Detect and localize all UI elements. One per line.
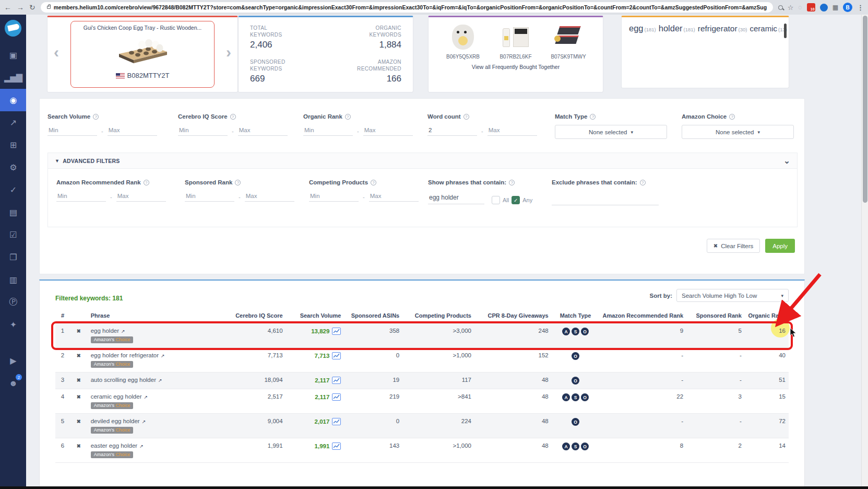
extension-spinner-icon[interactable]: ◌ (799, 4, 802, 11)
sidebar-item-profits-icon[interactable]: Ⓟ (0, 291, 26, 313)
help-icon[interactable]: ? (230, 114, 236, 120)
keyword-phrase-link[interactable]: egg holder↗ (91, 328, 125, 334)
max-input[interactable] (116, 192, 166, 202)
sidebar-item-products-icon[interactable]: ▣ (0, 44, 26, 66)
keyword-phrase-link[interactable]: auto scrolling egg holder↗ (91, 377, 162, 383)
carousel-prev-icon[interactable]: ‹ (54, 44, 59, 60)
trend-chart-icon[interactable] (332, 443, 341, 450)
sidebar-item-tools-gear-icon[interactable]: ⚙ (0, 156, 26, 179)
keyword-phrase-link[interactable]: easter egg holder↗ (91, 443, 144, 449)
max-input[interactable] (238, 126, 288, 136)
browser-profile-avatar[interactable]: B (843, 3, 852, 12)
advanced-filters-header[interactable]: ▼ ADVANCED FILTERS ⌄ (48, 153, 797, 169)
sidebar-item-listing-document-icon[interactable]: ▤ (0, 201, 26, 224)
column-header-Amazon Recommended Rank[interactable]: Amazon Recommended Rank (599, 308, 686, 323)
sidebar-item-cerebro-icon[interactable]: ◉ (0, 89, 26, 111)
sidebar-item-tutorial-play-icon[interactable]: ▶ (0, 350, 26, 372)
trend-chart-icon[interactable] (332, 352, 341, 359)
sidebar-item-launch-icon[interactable]: ✦ (0, 313, 26, 336)
help-icon[interactable]: ? (144, 180, 149, 185)
remove-keyword-icon[interactable]: ✖ (77, 328, 81, 334)
url-text[interactable]: members.helium10.com/cerebro/view/967284… (54, 4, 767, 10)
max-input[interactable] (363, 126, 413, 136)
help-icon[interactable]: ? (235, 180, 241, 185)
show-phrases-input[interactable] (428, 193, 484, 204)
cloud-word[interactable]: egg (629, 24, 644, 33)
max-input[interactable] (369, 192, 419, 202)
address-bar[interactable]: members.helium10.com/cerebro/view/967284… (41, 2, 773, 13)
sort-dropdown[interactable]: Search Volume High To Low ▾ (676, 289, 789, 302)
cloud-word[interactable]: ceramic (750, 24, 778, 33)
column-header-Cerebro IQ Score[interactable]: Cerebro IQ Score (232, 308, 286, 323)
all-checkbox[interactable] (492, 196, 500, 204)
help-icon[interactable]: ? (371, 180, 376, 185)
external-link-icon[interactable]: ↗ (158, 378, 162, 383)
column-header-Sponsored Rank[interactable]: Sponsored Rank (686, 308, 745, 323)
remove-keyword-icon[interactable]: ✖ (77, 418, 81, 424)
min-input[interactable] (178, 126, 228, 136)
amazon-choice-dropdown[interactable]: None selected▾ (682, 125, 794, 139)
remove-keyword-icon[interactable]: ✖ (77, 377, 81, 383)
min-input[interactable] (303, 126, 353, 136)
help-icon[interactable]: ? (729, 114, 735, 120)
fbt-product[interactable]: B07SK9TMWY (543, 22, 593, 60)
apply-button[interactable]: Apply (765, 239, 795, 253)
browser-menu-icon[interactable]: ⋮ (857, 4, 864, 11)
back-icon[interactable]: ← (4, 4, 11, 11)
help-icon[interactable]: ? (640, 180, 646, 185)
keyword-phrase-link[interactable]: deviled egg holder↗ (91, 418, 146, 424)
trend-chart-icon[interactable] (332, 418, 341, 425)
external-link-icon[interactable]: ↗ (139, 444, 144, 449)
scrollbar-thumb[interactable] (863, 16, 867, 203)
trend-chart-icon[interactable] (332, 377, 341, 384)
search-icon[interactable] (778, 5, 783, 10)
exclude-phrases-input[interactable] (552, 193, 659, 205)
product-card[interactable]: Gui's Chicken Coop Egg Tray - Rustic Woo… (70, 21, 215, 88)
helium10-logo[interactable] (5, 20, 21, 37)
sidebar-item-checklist-icon[interactable]: ☑ (0, 224, 26, 246)
help-icon[interactable]: ? (463, 114, 469, 120)
help-icon[interactable]: ? (345, 114, 351, 120)
min-input[interactable] (309, 192, 359, 202)
sidebar-item-trends-icon[interactable]: ↗ (0, 111, 26, 134)
sidebar-item-alerts-check-icon[interactable]: ✓ (0, 179, 26, 201)
external-link-icon[interactable]: ↗ (144, 394, 148, 400)
sidebar-item-copies-icon[interactable]: ❐ (0, 246, 26, 269)
blue-extension-icon[interactable] (820, 4, 828, 11)
column-header-#[interactable]: # (55, 308, 70, 323)
reload-icon[interactable]: ↻ (29, 4, 35, 11)
fbt-product[interactable]: B06Y5Q5XRB (438, 22, 488, 60)
sidebar-item-analytics-icon[interactable]: ▂▅▇ (0, 66, 26, 89)
cloud-word[interactable]: holder (659, 24, 683, 33)
view-all-fbt-link[interactable]: View all Frequently Bought Together (436, 64, 596, 70)
trend-chart-icon[interactable] (332, 393, 341, 401)
help-icon[interactable]: ? (590, 114, 596, 120)
keyword-phrase-link[interactable]: ceramic egg holder↗ (91, 393, 148, 400)
bookmark-star-icon[interactable]: ☆ (788, 4, 794, 11)
help-icon[interactable]: ? (93, 114, 99, 120)
remove-keyword-icon[interactable]: ✖ (77, 394, 81, 400)
sidebar-item-inventory-icon[interactable]: ▥ (0, 269, 26, 291)
column-header-Phrase[interactable]: Phrase (88, 308, 232, 323)
sidebar-item-profile-person-icon[interactable]: ☻2 (0, 372, 26, 394)
max-input[interactable] (108, 126, 157, 136)
help-icon[interactable]: ? (509, 180, 515, 185)
forward-icon[interactable]: → (17, 4, 24, 11)
column-header-Competing Products[interactable]: Competing Products (402, 308, 474, 323)
trend-chart-icon[interactable] (332, 328, 341, 335)
word-cloud-scrollbar[interactable] (784, 24, 787, 38)
cloud-word[interactable]: refrigerator (698, 24, 738, 33)
carousel-next-icon[interactable]: › (226, 44, 231, 60)
keyword-phrase-link[interactable]: egg holder for refrigerator↗ (91, 352, 165, 358)
page-scrollbar[interactable] (861, 15, 868, 489)
column-header-Match Type[interactable]: Match Type (552, 308, 600, 323)
max-input[interactable] (245, 192, 294, 202)
collapse-chevron-icon[interactable]: ⌄ (783, 156, 790, 166)
match-type-dropdown[interactable]: None selected▾ (555, 125, 667, 139)
remove-keyword-icon[interactable]: ✖ (77, 443, 81, 449)
min-input[interactable] (185, 192, 234, 202)
min-input[interactable] (47, 126, 97, 136)
column-header-Search Volume[interactable]: Search Volume (286, 308, 344, 323)
fbt-product[interactable]: B07RB2L6KF (491, 22, 541, 60)
external-link-icon[interactable]: ↗ (142, 419, 146, 424)
